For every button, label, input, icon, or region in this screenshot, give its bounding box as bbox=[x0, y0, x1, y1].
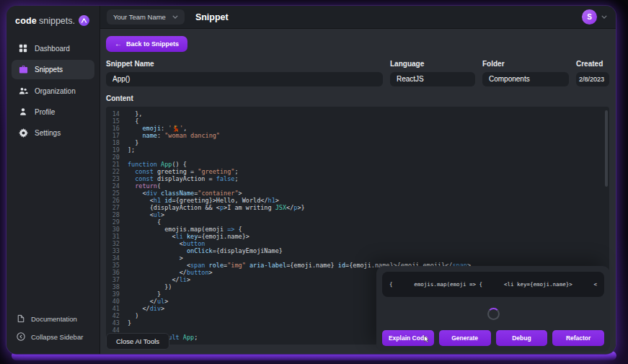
sidebar-nav: Dashboard Snippets Organization Profile bbox=[6, 33, 99, 151]
line-number: 25 bbox=[106, 190, 128, 197]
sidebar-footer-item-collapse-sidebar[interactable]: Collapse Sidebar bbox=[16, 332, 90, 341]
line-number: 26 bbox=[106, 197, 128, 204]
code-line: 14 }, bbox=[106, 110, 609, 117]
field-snippet-name: Snippet Name App() bbox=[106, 60, 383, 86]
code-line: 26 <h1 id={greeting}>Hello, World</h1> bbox=[106, 197, 609, 204]
line-number: 17 bbox=[106, 132, 128, 139]
code-line: 25 <div className="container"> bbox=[106, 190, 609, 197]
code-line: 31 <li key={emoji.name}> bbox=[106, 233, 609, 240]
document-icon bbox=[16, 314, 25, 323]
user-avatar[interactable]: S bbox=[582, 9, 597, 25]
code-line: 29 { bbox=[106, 218, 609, 226]
line-number: 28 bbox=[106, 211, 128, 218]
ai-button-refactor[interactable]: Refactor bbox=[552, 330, 604, 346]
field-value[interactable]: Components bbox=[482, 72, 569, 86]
line-number: 39 bbox=[106, 290, 128, 298]
ai-code-fragment: emojis.map(emoji => { bbox=[414, 281, 482, 288]
line-number: 36 bbox=[106, 269, 128, 276]
sidebar-item-profile[interactable]: Profile bbox=[12, 102, 94, 121]
code-line: 17 name: "woman dancing" bbox=[106, 132, 609, 139]
line-number: 24 bbox=[106, 182, 128, 190]
line-number: 23 bbox=[106, 175, 128, 182]
line-number: 42 bbox=[106, 312, 128, 319]
app-window: codesnippets. Dashboard Snippets bbox=[6, 6, 616, 354]
close-ai-tools-button[interactable]: Close AI Tools bbox=[106, 333, 169, 350]
chevron-down-icon bbox=[172, 15, 178, 19]
field-folder: Folder Components bbox=[482, 60, 569, 86]
sidebar-footer: Documentation Collapse Sidebar bbox=[6, 299, 99, 354]
ai-tools-panel: { emojis.map(emoji => { <li key={emoji.n… bbox=[376, 266, 610, 352]
line-number: 21 bbox=[106, 161, 128, 168]
field-label: Folder bbox=[482, 60, 569, 68]
line-number: 41 bbox=[106, 305, 128, 312]
code-line: 15 { bbox=[106, 117, 609, 125]
briefcase-icon bbox=[18, 65, 28, 74]
line-number: 19 bbox=[106, 146, 128, 154]
snippet-fields: Snippet Name App() Language ReactJS Fold… bbox=[106, 60, 609, 86]
line-number: 31 bbox=[106, 233, 128, 240]
logo-text-bold: code bbox=[15, 16, 37, 26]
line-number: 16 bbox=[106, 125, 128, 132]
ai-action-buttons: Explain Code Generate Debug Refactor bbox=[382, 330, 604, 346]
grid-icon bbox=[18, 44, 28, 53]
code-line: 28 <ul> bbox=[106, 211, 609, 218]
ai-code-fragment: { bbox=[389, 281, 393, 288]
sidebar-item-organization[interactable]: Organization bbox=[12, 81, 94, 100]
code-line: 19 ]; bbox=[106, 146, 609, 154]
field-label: Snippet Name bbox=[106, 60, 383, 68]
sidebar-item-settings[interactable]: Settings bbox=[12, 123, 94, 143]
gear-icon bbox=[18, 128, 28, 138]
team-selector-button[interactable]: Your Team Name bbox=[107, 9, 185, 25]
line-number: 15 bbox=[106, 117, 128, 125]
code-line: 21 function App() { bbox=[106, 161, 609, 168]
line-number: 40 bbox=[106, 298, 128, 305]
ai-loading-area bbox=[382, 297, 604, 330]
line-number: 14 bbox=[106, 110, 128, 117]
team-name-label: Your Team Name bbox=[113, 13, 166, 21]
code-line: 18 } bbox=[106, 139, 609, 146]
avatar-chevron-down-icon[interactable] bbox=[601, 15, 607, 19]
content-label: Content bbox=[106, 94, 609, 102]
collapse-icon bbox=[16, 332, 25, 341]
line-number: 37 bbox=[106, 276, 128, 283]
line-number: 35 bbox=[106, 262, 128, 269]
field-value[interactable]: ReactJS bbox=[390, 72, 475, 86]
code-line: 23 const displayAction = false; bbox=[106, 175, 609, 182]
field-value[interactable]: App() bbox=[106, 72, 383, 86]
cursor-icon bbox=[423, 335, 430, 343]
code-line: 20 bbox=[106, 154, 609, 161]
line-number: 22 bbox=[106, 168, 128, 175]
line-number: 38 bbox=[106, 283, 128, 290]
field-value[interactable]: 2/8/2023 bbox=[576, 72, 609, 86]
field-created: Created 2/8/2023 bbox=[576, 60, 609, 86]
person-icon bbox=[18, 107, 28, 116]
page-title: Snippet bbox=[195, 12, 229, 22]
back-to-snippets-button[interactable]: ← Back to Snippets bbox=[106, 36, 187, 52]
code-line: 30 emojis.map(emoji => { bbox=[106, 226, 609, 233]
line-number: 33 bbox=[106, 247, 128, 254]
app-logo: codesnippets. bbox=[6, 6, 99, 33]
code-line: 33 onClick={displayEmojiName} bbox=[106, 247, 609, 254]
main-content: ← Back to Snippets Snippet Name App() La… bbox=[100, 29, 616, 354]
ai-button-explain-code[interactable]: Explain Code bbox=[382, 330, 434, 346]
logo-text-light: snippets. bbox=[39, 16, 75, 26]
sidebar: codesnippets. Dashboard Snippets bbox=[6, 6, 100, 354]
sidebar-item-snippets[interactable]: Snippets bbox=[12, 60, 94, 79]
line-number: 27 bbox=[106, 204, 128, 211]
code-line: 16 emoji: '💃', bbox=[106, 125, 609, 132]
line-number: 18 bbox=[106, 139, 128, 146]
editor-scrollbar[interactable] bbox=[605, 110, 608, 187]
ai-button-generate[interactable]: Generate bbox=[439, 330, 491, 346]
ai-code-fragment: <li key={emoji.name}> bbox=[504, 281, 572, 288]
line-number: 32 bbox=[106, 240, 128, 247]
logo-icon bbox=[79, 15, 89, 26]
code-line: 27 {displayAction && <p>I am writing JSX… bbox=[106, 204, 609, 211]
arrow-left-icon: ← bbox=[115, 40, 122, 48]
ai-button-debug[interactable]: Debug bbox=[496, 330, 548, 346]
ai-code-fragment: < bbox=[593, 281, 597, 288]
code-line: 24 return( bbox=[106, 182, 609, 190]
field-label: Created bbox=[576, 60, 609, 68]
sidebar-footer-item-documentation[interactable]: Documentation bbox=[16, 314, 90, 323]
sidebar-item-dashboard[interactable]: Dashboard bbox=[12, 39, 94, 58]
field-language: Language ReactJS bbox=[390, 60, 475, 86]
